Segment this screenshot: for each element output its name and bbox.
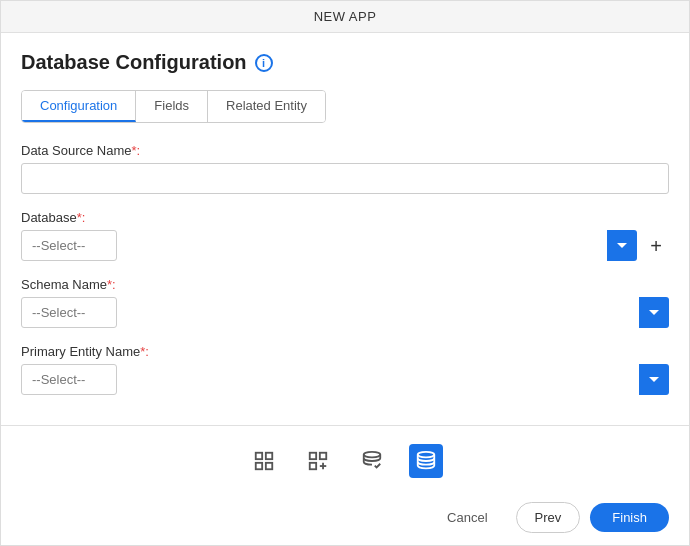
tabs: Configuration Fields Related Entity [21, 90, 326, 123]
cancel-button[interactable]: Cancel [429, 503, 505, 532]
datasource-name-group: Data Source Name*: [21, 143, 669, 194]
schema-select-container: --Select-- [21, 297, 669, 328]
grid-icon-button[interactable] [247, 444, 281, 478]
grid-add-icon-button[interactable] [301, 444, 335, 478]
info-icon[interactable]: i [255, 54, 273, 72]
icon-bar [247, 436, 443, 486]
database-check-icon-button[interactable] [355, 444, 389, 478]
svg-point-10 [418, 452, 435, 458]
tab-related-entity[interactable]: Related Entity [208, 91, 325, 122]
schema-name-group: Schema Name*: --Select-- [21, 277, 669, 328]
page-title: Database Configuration [21, 51, 247, 74]
svg-rect-1 [266, 453, 272, 459]
schema-name-select[interactable]: --Select-- [21, 297, 117, 328]
page-header: Database Configuration i [21, 51, 669, 74]
database-label: Database*: [21, 210, 669, 225]
svg-rect-5 [320, 453, 326, 459]
primary-entity-label: Primary Entity Name*: [21, 344, 669, 359]
datasource-name-input[interactable] [21, 163, 669, 194]
database-add-button[interactable]: + [643, 233, 669, 259]
primary-entity-select[interactable]: --Select-- [21, 364, 117, 395]
database-group: Database*: --Select-- + [21, 210, 669, 261]
database-select-wrapper: --Select-- + [21, 230, 669, 261]
action-bar: Cancel Prev Finish [1, 494, 689, 545]
svg-rect-0 [256, 453, 262, 459]
svg-rect-4 [310, 453, 316, 459]
svg-rect-2 [256, 463, 262, 469]
database-active-icon-button[interactable] [409, 444, 443, 478]
title-bar: NEW APP [1, 1, 689, 33]
database-select-container: --Select-- [21, 230, 637, 261]
schema-name-label: Schema Name*: [21, 277, 669, 292]
main-content: Database Configuration i Configuration F… [1, 33, 689, 425]
svg-rect-3 [266, 463, 272, 469]
finish-button[interactable]: Finish [590, 503, 669, 532]
tab-fields[interactable]: Fields [136, 91, 208, 122]
datasource-name-label: Data Source Name*: [21, 143, 669, 158]
svg-rect-6 [310, 463, 316, 469]
primary-entity-group: Primary Entity Name*: --Select-- [21, 344, 669, 395]
primary-entity-dropdown-arrow [639, 364, 669, 395]
primary-entity-select-container: --Select-- [21, 364, 669, 395]
bottom-bar: Cancel Prev Finish [1, 425, 689, 545]
prev-button[interactable]: Prev [516, 502, 581, 533]
schema-dropdown-arrow [639, 297, 669, 328]
database-select[interactable]: --Select-- [21, 230, 117, 261]
tab-configuration[interactable]: Configuration [22, 91, 136, 122]
svg-point-9 [364, 452, 381, 458]
database-dropdown-arrow [607, 230, 637, 261]
